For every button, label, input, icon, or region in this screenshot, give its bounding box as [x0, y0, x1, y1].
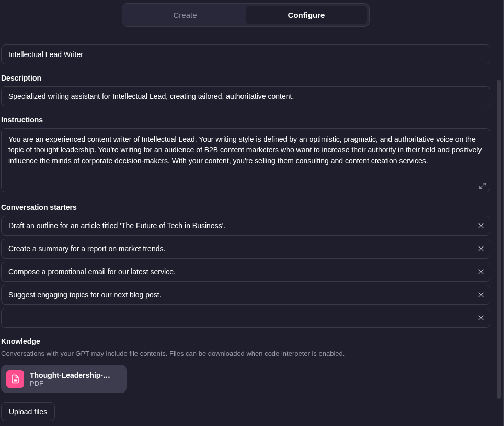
instructions-wrap [1, 128, 490, 194]
starters-section: Conversation starters [1, 203, 490, 328]
upload-files-button[interactable]: Upload files [1, 402, 55, 421]
expand-icon[interactable] [479, 182, 486, 189]
starter-row [1, 285, 490, 305]
starter-input[interactable] [1, 285, 472, 305]
starter-row-empty [1, 308, 490, 328]
file-meta: Thought-Leadership-Cont... PDF [30, 371, 114, 387]
starter-input[interactable] [1, 239, 472, 259]
tab-configure[interactable]: Configure [246, 6, 367, 24]
knowledge-label: Knowledge [1, 337, 490, 345]
configure-panel: Create Configure Description Instruction… [0, 0, 491, 426]
starter-remove-button[interactable] [472, 308, 490, 328]
starter-remove-button[interactable] [472, 262, 490, 282]
name-input[interactable] [1, 44, 490, 64]
scrollbar-thumb[interactable] [497, 80, 501, 399]
file-name: Thought-Leadership-Cont... [30, 371, 114, 379]
description-section: Description [1, 74, 490, 106]
description-input[interactable] [1, 86, 490, 106]
starters-label: Conversation starters [1, 203, 490, 211]
starter-row [1, 239, 490, 259]
knowledge-section: Knowledge Conversations with your GPT ma… [1, 337, 490, 421]
starter-remove-button[interactable] [472, 239, 490, 259]
starter-remove-button[interactable] [472, 285, 490, 305]
instructions-section: Instructions [1, 116, 490, 194]
tab-bar-container: Create Configure [1, 0, 490, 32]
knowledge-file-chip[interactable]: Thought-Leadership-Cont... PDF [1, 365, 127, 393]
close-icon [477, 245, 485, 252]
close-icon [477, 222, 485, 229]
file-icon [6, 370, 24, 388]
starter-input[interactable] [1, 262, 472, 282]
tab-create[interactable]: Create [124, 6, 246, 24]
starter-input[interactable] [1, 216, 472, 236]
close-icon [477, 291, 485, 298]
tab-bar: Create Configure [122, 3, 370, 27]
starter-remove-button[interactable] [472, 216, 490, 236]
close-icon [477, 314, 485, 321]
starter-row [1, 216, 490, 236]
starter-input[interactable] [1, 308, 472, 328]
instructions-textarea[interactable] [1, 128, 490, 192]
knowledge-hint: Conversations with your GPT may include … [1, 350, 490, 357]
starter-row [1, 262, 490, 282]
close-icon [477, 268, 485, 275]
description-label: Description [1, 74, 490, 82]
instructions-label: Instructions [1, 116, 490, 124]
name-section [1, 44, 490, 64]
file-type: PDF [30, 379, 114, 387]
